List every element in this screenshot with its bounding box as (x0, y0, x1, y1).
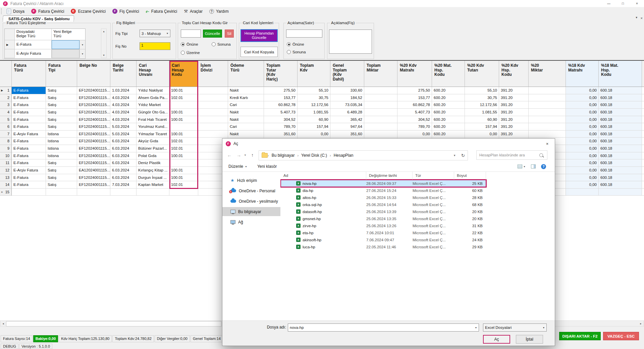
grid-cell[interactable]: 12.172,56 (298, 101, 330, 109)
grid-cell[interactable] (364, 101, 397, 109)
grid-cell[interactable] (642, 94, 644, 102)
mapping-col-dosyadaki[interactable]: Dosyadaki Belge Türü (15, 29, 52, 40)
grid-cell[interactable]: 30,75 (298, 94, 330, 102)
column-header-11[interactable]: Genel Toplam (Kdv Dahil) (330, 61, 364, 87)
grid-cell[interactable]: E-Fatura (12, 138, 46, 145)
grid-cell[interactable]: 600.18 (599, 109, 642, 116)
search-input[interactable]: HesapPlan klasöründe ara (476, 150, 547, 160)
grid-cell[interactable]: Nakit (228, 109, 264, 116)
sidebar-item-a-[interactable]: Ağ (222, 217, 280, 227)
grid-cell[interactable] (198, 101, 228, 109)
grid-cell[interactable]: 100.01 (169, 152, 198, 160)
grid-cell[interactable]: 365,42 (330, 116, 364, 123)
grid-cell[interactable]: Kaptan Market (137, 181, 169, 189)
grid-cell[interactable]: Yıldız Market (137, 101, 169, 109)
file-column-header-boyut[interactable]: Boyut (454, 172, 486, 180)
radio-uzerine[interactable]: Üzerine (181, 51, 200, 55)
menu-item-ara-lar[interactable]: ⚒Araçlar (180, 7, 206, 15)
grid-cell[interactable]: 30,75 (465, 94, 499, 102)
breadcrumb-segment[interactable]: HesapPlan (331, 153, 356, 158)
grid-cell[interactable] (169, 159, 198, 167)
grid-cell[interactable]: Kırlangıç Kitap ... (137, 167, 169, 174)
row-indicator[interactable]: 15✳ (0, 189, 12, 196)
grid-cell[interactable]: 157,94 (465, 123, 499, 131)
grid-cell[interactable]: E-Fatura (12, 101, 46, 109)
grid-cell[interactable]: 947,64 (330, 123, 364, 131)
column-header-17[interactable]: %20 Miktar (529, 61, 566, 87)
grid-cell[interactable]: 73.035,34 (330, 101, 364, 109)
grid-cell[interactable]: 1.081,55 (298, 109, 330, 116)
grid-cell[interactable]: 391.20 (499, 123, 529, 131)
grid-cell[interactable]: 153,77 (397, 94, 432, 102)
file-column-header-ad[interactable]: Ad (281, 172, 366, 180)
grid-cell[interactable] (364, 116, 397, 123)
row-indicator[interactable]: 11 (0, 159, 12, 167)
grid-cell[interactable] (642, 145, 644, 152)
grid-cell[interactable]: 102.01 (169, 145, 198, 152)
column-header-13[interactable]: %20 Kdv Matrahı (397, 61, 432, 87)
grid-cell[interactable]: 600.18 (599, 138, 642, 145)
grid-cell[interactable]: Akyüz Gıda (137, 138, 169, 145)
mapping-combo-efatura[interactable]: ▼ (52, 40, 85, 49)
grid-cell[interactable]: Satış (46, 174, 77, 182)
grid-cell[interactable]: 6.03.2024 (110, 159, 137, 167)
menu-item-yard-m[interactable]: ?Yardım (206, 7, 232, 15)
row-indicator[interactable]: 10 (0, 152, 12, 160)
grid-cell[interactable]: 157,94 (298, 123, 330, 131)
grid-cell[interactable]: 600.18 (599, 181, 642, 189)
grid-cell[interactable]: 600.20 (432, 131, 465, 138)
grid-cell[interactable]: 60,90 (298, 116, 330, 123)
column-header-0[interactable] (0, 61, 12, 87)
cari-kod-kopyala-button[interactable]: Cari Kod Kopyala (240, 47, 278, 57)
row-indicator[interactable]: 8 (0, 138, 12, 145)
grid-cell[interactable] (529, 101, 566, 109)
grid-cell[interactable] (642, 109, 644, 116)
grid-cell[interactable]: 304,52 (397, 116, 432, 123)
grid-cell[interactable]: 6.03.2024 (110, 152, 137, 160)
grid-cell[interactable]: 55,10 (465, 87, 499, 94)
file-row-gmsnet-hp[interactable]: Xgmsnet-hp25.06.2024 13:35Microsoft Exce… (281, 215, 486, 222)
grid-cell[interactable] (169, 101, 198, 109)
grid-cell[interactable]: E-Fatura (12, 116, 46, 123)
row-indicator[interactable]: 3 (0, 101, 12, 109)
menu-item-fi-evirici[interactable]: FFiş Çevirici (109, 7, 143, 15)
scroll-up-icon[interactable]: ▲ (101, 29, 106, 34)
grid-cell[interactable]: 600.18 (599, 145, 642, 152)
grid-cell[interactable] (529, 94, 566, 102)
file-row-luca-hp[interactable]: Xluca-hp22.05.2024 11:46Microsoft Excel … (281, 243, 486, 250)
grid-cell[interactable]: EF12024001115... (77, 145, 110, 152)
grid-cell[interactable] (46, 189, 77, 196)
column-header-2[interactable]: Fatura Tipi (46, 61, 77, 87)
grid-cell[interactable]: 100.01 (169, 87, 198, 94)
grid-cell[interactable]: Yıldız Nakliyat (137, 87, 169, 94)
grid-cell[interactable]: 0,00 (566, 131, 599, 138)
maximize-icon[interactable]: □ (616, 0, 630, 7)
grid-cell[interactable]: 275,50 (264, 87, 298, 94)
grid-cell[interactable]: 351,60 (264, 131, 298, 138)
refresh-icon[interactable]: ↻ (461, 153, 465, 158)
grid-cell[interactable]: 600.18 (599, 116, 642, 123)
sidebar-item-bu-bilgisayar[interactable]: Bu bilgisayar (222, 207, 280, 216)
grid-cell[interactable]: 184,52 (330, 94, 364, 102)
scroll-right-icon[interactable]: ► (638, 321, 644, 326)
grid-cell[interactable]: Satış (46, 159, 77, 167)
grid-cell[interactable] (110, 189, 137, 196)
row-indicator[interactable]: 1▶ (0, 87, 12, 94)
column-header-9[interactable]: Toplam Tutar (Kdv Hariç) (264, 61, 298, 87)
grid-cell[interactable] (12, 189, 46, 196)
grid-cell[interactable]: 0,00 (566, 181, 599, 189)
fis-tipi-combo[interactable]: 3 - Mahsup ▼ (140, 30, 170, 37)
grid-cell[interactable]: 6.03.2024 (110, 145, 137, 152)
grid-cell[interactable]: Bütüner Pazarl... (137, 145, 169, 152)
grid-cell[interactable] (198, 87, 228, 94)
grid-cell[interactable]: 789,70 (264, 123, 298, 131)
preview-pane-icon[interactable] (531, 164, 536, 168)
radio-onune-satir[interactable]: Önüne (287, 42, 304, 46)
grid-cell[interactable]: 60,90 (465, 116, 499, 123)
column-header-4[interactable]: Belge Tarihi (110, 61, 137, 87)
grid-cell[interactable]: EF12024001115... (77, 174, 110, 182)
tab-list-chevron-icon[interactable]: ▼ (635, 16, 638, 20)
grid-cell[interactable] (169, 123, 198, 131)
combo-value-area[interactable] (52, 40, 79, 49)
cancel-button[interactable]: İptal (516, 335, 543, 344)
